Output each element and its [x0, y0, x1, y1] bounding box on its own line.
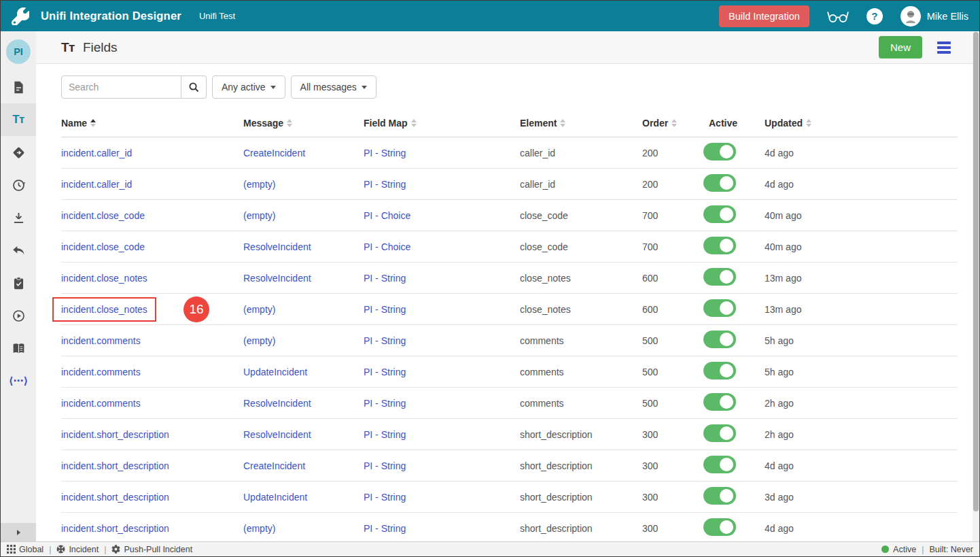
- message-link[interactable]: (empty): [243, 179, 275, 190]
- message-link[interactable]: ResolveIncident: [243, 241, 311, 252]
- integration-selector[interactable]: Incident: [56, 545, 99, 554]
- field-map-link[interactable]: PI - String: [364, 179, 406, 190]
- message-link[interactable]: ResolveIncident: [243, 429, 311, 440]
- active-toggle[interactable]: [703, 362, 736, 379]
- sidebar-collapse-button[interactable]: [1, 523, 36, 541]
- search-button[interactable]: [181, 75, 207, 99]
- field-name-link[interactable]: incident.close_code: [61, 241, 145, 252]
- top-navbar: Unifi Integration Designer Unifi Test Bu…: [1, 1, 979, 31]
- active-toggle[interactable]: [703, 143, 736, 161]
- message-link[interactable]: UpdateIncident: [243, 492, 307, 503]
- vertical-scrollbar[interactable]: [973, 31, 979, 541]
- active-toggle[interactable]: [703, 299, 736, 317]
- field-name-link[interactable]: incident.close_notes: [61, 304, 147, 315]
- order-value: 700: [642, 241, 703, 252]
- active-toggle[interactable]: [703, 424, 736, 442]
- updated-value: 40m ago: [765, 210, 958, 221]
- field-map-link[interactable]: PI - String: [364, 492, 406, 503]
- active-toggle[interactable]: [703, 237, 736, 254]
- field-map-link[interactable]: PI - String: [364, 335, 406, 346]
- build-integration-button[interactable]: Build Integration: [719, 5, 809, 27]
- active-toggle[interactable]: [703, 205, 736, 223]
- field-map-link[interactable]: PI - String: [364, 398, 406, 409]
- sidebar-item-code[interactable]: ⟨⋯⟩: [1, 365, 36, 397]
- message-link[interactable]: CreateIncident: [243, 460, 305, 471]
- active-filter-dropdown[interactable]: Any active: [212, 75, 285, 99]
- field-name-link[interactable]: incident.short_description: [61, 492, 169, 503]
- message-link[interactable]: (empty): [243, 523, 275, 534]
- column-header-updated[interactable]: Updated: [765, 118, 958, 129]
- active-toggle[interactable]: [703, 174, 736, 192]
- message-filter-dropdown[interactable]: All messages: [291, 75, 377, 99]
- field-map-link[interactable]: PI - Choice: [364, 241, 410, 252]
- field-name-link[interactable]: incident.comments: [61, 367, 141, 377]
- field-map-link[interactable]: PI - String: [364, 148, 406, 158]
- process-selector[interactable]: Push-Pull Incident: [111, 545, 192, 554]
- search-input[interactable]: [61, 75, 181, 99]
- preview-glasses-icon[interactable]: [827, 9, 849, 24]
- message-link[interactable]: (empty): [243, 210, 275, 221]
- sidebar-item-tasks[interactable]: [1, 267, 36, 299]
- column-header-name[interactable]: Name: [61, 118, 243, 129]
- element-value: short_description: [520, 492, 642, 503]
- field-name-link[interactable]: incident.caller_id: [61, 148, 132, 158]
- updated-value: 13m ago: [765, 273, 958, 284]
- sidebar-item-documentation[interactable]: [1, 332, 36, 365]
- message-link[interactable]: ResolveIncident: [243, 398, 311, 409]
- menu-icon[interactable]: [937, 41, 951, 54]
- message-link[interactable]: UpdateIncident: [243, 367, 307, 377]
- user-menu[interactable]: Mike Ellis: [900, 6, 968, 27]
- field-map-link[interactable]: PI - Choice: [364, 210, 410, 221]
- order-value: 200: [642, 148, 703, 158]
- sidebar-item-directions[interactable]: [1, 136, 36, 169]
- field-name-link[interactable]: incident.close_notes: [61, 273, 147, 284]
- message-link[interactable]: ResolveIncident: [243, 273, 311, 284]
- sidebar-item-undo[interactable]: [1, 234, 36, 267]
- help-icon[interactable]: ?: [867, 8, 883, 24]
- sidebar-item-run[interactable]: [1, 299, 36, 332]
- field-name-link[interactable]: incident.comments: [61, 335, 141, 346]
- field-name-link[interactable]: incident.caller_id: [61, 179, 132, 190]
- active-toggle[interactable]: [703, 487, 736, 505]
- message-link[interactable]: (empty): [243, 335, 275, 346]
- field-name-link[interactable]: incident.comments: [61, 398, 141, 409]
- sidebar-item-fields[interactable]: Tᴛ: [1, 103, 36, 136]
- new-button[interactable]: New: [879, 36, 922, 58]
- column-header-order[interactable]: Order: [642, 118, 703, 129]
- column-header-field-map[interactable]: Field Map: [364, 118, 520, 129]
- field-name-link[interactable]: incident.short_description: [61, 460, 169, 471]
- field-map-link[interactable]: PI - String: [364, 523, 406, 534]
- integration-name[interactable]: Unifi Test: [199, 11, 235, 21]
- table-row: incident.close_code ResolveIncident PI -…: [61, 231, 958, 263]
- field-name-link[interactable]: incident.close_code: [61, 210, 145, 221]
- active-toggle[interactable]: [703, 331, 736, 348]
- toggle-knob: [720, 458, 733, 471]
- download-icon: [12, 211, 26, 225]
- fields-icon: Tᴛ: [12, 113, 24, 126]
- scope-selector[interactable]: Global: [7, 545, 43, 554]
- table-row: incident.short_description ResolveIncide…: [61, 419, 958, 450]
- sort-icon: [806, 119, 811, 127]
- table-row: incident.short_description (empty) PI - …: [61, 513, 958, 541]
- field-map-link[interactable]: PI - String: [364, 367, 406, 377]
- active-toggle[interactable]: [703, 518, 736, 536]
- field-name-link[interactable]: incident.short_description: [61, 523, 169, 534]
- column-header-element[interactable]: Element: [520, 118, 642, 129]
- message-link[interactable]: (empty): [243, 304, 275, 315]
- field-map-link[interactable]: PI - String: [364, 304, 406, 315]
- scrollbar-thumb[interactable]: [973, 32, 979, 511]
- toggle-knob: [720, 333, 733, 346]
- column-header-message[interactable]: Message: [243, 118, 364, 129]
- sidebar-item-import[interactable]: [1, 201, 36, 234]
- field-name-link[interactable]: incident.short_description: [61, 429, 169, 440]
- active-toggle[interactable]: [703, 393, 736, 411]
- message-link[interactable]: CreateIncident: [243, 148, 305, 158]
- active-toggle[interactable]: [703, 268, 736, 286]
- active-toggle[interactable]: [703, 456, 736, 473]
- sidebar-item-documents[interactable]: [1, 71, 36, 103]
- field-map-link[interactable]: PI - String: [364, 273, 406, 284]
- field-map-link[interactable]: PI - String: [364, 429, 406, 440]
- sidebar-item-history[interactable]: [1, 169, 36, 201]
- field-map-link[interactable]: PI - String: [364, 460, 406, 471]
- workspace-avatar[interactable]: PI: [6, 39, 31, 64]
